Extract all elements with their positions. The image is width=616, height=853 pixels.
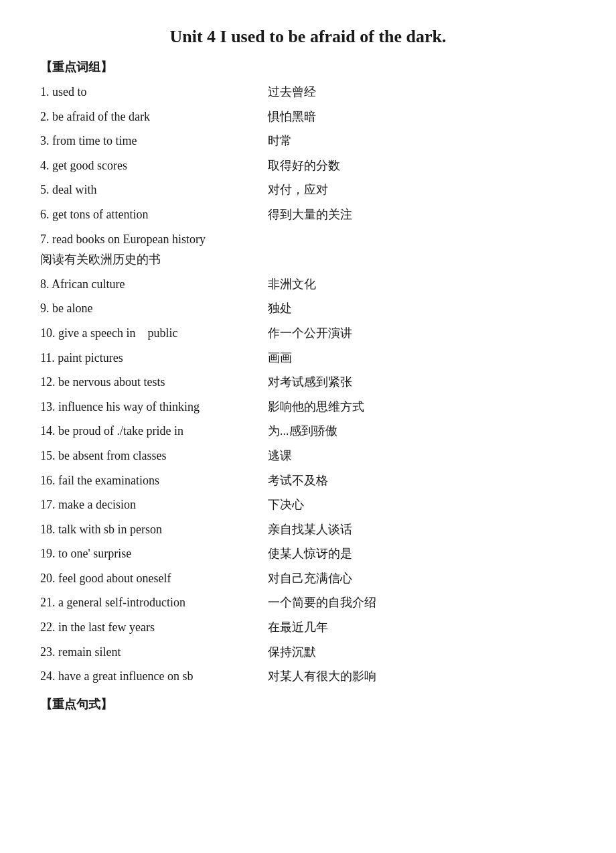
vocab-item: 24. have a great influence on sb对某人有很大的影… <box>40 666 576 687</box>
vocab-zh: 取得好的分数 <box>254 155 576 176</box>
vocab-zh: 亲自找某人谈话 <box>254 519 576 540</box>
vocab-en: 12. be nervous about tests <box>40 372 254 393</box>
vocab-zh: 下决心 <box>254 495 576 515</box>
vocab-item: 16. fail the examinations考试不及格 <box>40 470 576 491</box>
vocab-en: 7. read books on European history <box>40 229 576 250</box>
vocab-en: 8. African culture <box>40 274 254 295</box>
vocab-en: 18. talk with sb in person <box>40 519 254 540</box>
vocab-zh: 一个简要的自我介绍 <box>254 592 576 613</box>
section2-label: 【重点句式】 <box>40 696 576 712</box>
vocab-item: 13. influence his way of thinking影响他的思维方… <box>40 397 576 417</box>
vocab-item: 19. to one' surprise使某人惊讶的是 <box>40 543 576 564</box>
vocab-item: 18. talk with sb in person亲自找某人谈话 <box>40 519 576 540</box>
vocab-zh: 为...感到骄傲 <box>254 421 576 442</box>
vocab-en: 11. paint pictures <box>40 348 254 369</box>
vocab-item: 15. be absent from classes逃课 <box>40 446 576 466</box>
vocab-item: 10. give a speech in public作一个公开演讲 <box>40 323 576 344</box>
vocab-en: 16. fail the examinations <box>40 470 254 491</box>
vocab-item: 6. get tons of attention得到大量的关注 <box>40 204 576 225</box>
vocab-zh: 非洲文化 <box>254 274 576 295</box>
vocab-item: 4. get good scores取得好的分数 <box>40 155 576 176</box>
vocab-zh: 对考试感到紧张 <box>254 372 576 393</box>
vocab-en: 5. deal with <box>40 180 254 200</box>
vocab-zh: 逃课 <box>254 446 576 466</box>
vocab-item: 5. deal with对付，应对 <box>40 180 576 200</box>
vocab-zh: 惧怕黑暗 <box>254 107 576 127</box>
vocab-item: 7. read books on European history阅读有关欧洲历… <box>40 229 576 270</box>
vocab-en: 20. feel good about oneself <box>40 568 254 589</box>
vocab-item: 9. be alone独处 <box>40 298 576 319</box>
section1-label: 【重点词组】 <box>40 59 576 75</box>
vocab-en: 10. give a speech in public <box>40 323 254 344</box>
vocab-en: 9. be alone <box>40 298 254 319</box>
vocab-zh: 得到大量的关注 <box>254 204 576 225</box>
vocab-en: 13. influence his way of thinking <box>40 397 254 417</box>
page-title: Unit 4 I used to be afraid of the dark. <box>40 27 576 47</box>
vocab-zh: 对某人有很大的影响 <box>254 666 576 687</box>
vocab-zh: 使某人惊讶的是 <box>254 543 576 564</box>
vocab-en: 17. make a decision <box>40 495 254 515</box>
vocab-en: 23. remain silent <box>40 642 254 663</box>
vocab-zh: 对付，应对 <box>254 180 576 200</box>
vocab-zh: 对自己充满信心 <box>254 568 576 589</box>
vocab-zh: 画画 <box>254 348 576 369</box>
vocab-item: 17. make a decision下决心 <box>40 495 576 515</box>
vocab-item: 12. be nervous about tests对考试感到紧张 <box>40 372 576 393</box>
vocab-item: 11. paint pictures画画 <box>40 348 576 369</box>
vocab-en: 21. a general self-introduction <box>40 592 254 613</box>
vocab-item: 23. remain silent保持沉默 <box>40 642 576 663</box>
vocab-en: 22. in the last few years <box>40 617 254 638</box>
vocab-en: 15. be absent from classes <box>40 446 254 466</box>
vocab-zh: 时常 <box>254 131 576 151</box>
vocab-en: 19. to one' surprise <box>40 543 254 564</box>
vocab-en: 6. get tons of attention <box>40 204 254 225</box>
vocab-zh: 阅读有关欧洲历史的书 <box>40 249 576 270</box>
vocab-zh: 保持沉默 <box>254 642 576 663</box>
vocab-zh: 作一个公开演讲 <box>254 323 576 344</box>
vocab-zh: 考试不及格 <box>254 470 576 491</box>
vocab-item: 14. be proud of ./take pride in为...感到骄傲 <box>40 421 576 442</box>
vocab-zh: 过去曾经 <box>254 82 576 103</box>
vocab-item: 8. African culture非洲文化 <box>40 274 576 295</box>
vocab-item: 2. be afraid of the dark惧怕黑暗 <box>40 107 576 127</box>
vocab-item: 21. a general self-introduction一个简要的自我介绍 <box>40 592 576 613</box>
vocab-en: 2. be afraid of the dark <box>40 107 254 127</box>
vocab-zh: 影响他的思维方式 <box>254 397 576 417</box>
vocab-list: 1. used to过去曾经2. be afraid of the dark惧怕… <box>40 82 576 687</box>
vocab-en: 1. used to <box>40 82 254 103</box>
vocab-en: 4. get good scores <box>40 155 254 176</box>
vocab-item: 20. feel good about oneself对自己充满信心 <box>40 568 576 589</box>
vocab-zh: 在最近几年 <box>254 617 576 638</box>
vocab-item: 1. used to过去曾经 <box>40 82 576 103</box>
vocab-en: 3. from time to time <box>40 131 254 151</box>
vocab-item: 22. in the last few years在最近几年 <box>40 617 576 638</box>
vocab-en: 24. have a great influence on sb <box>40 666 254 687</box>
vocab-item: 3. from time to time时常 <box>40 131 576 151</box>
vocab-zh: 独处 <box>254 298 576 319</box>
vocab-en: 14. be proud of ./take pride in <box>40 421 254 442</box>
